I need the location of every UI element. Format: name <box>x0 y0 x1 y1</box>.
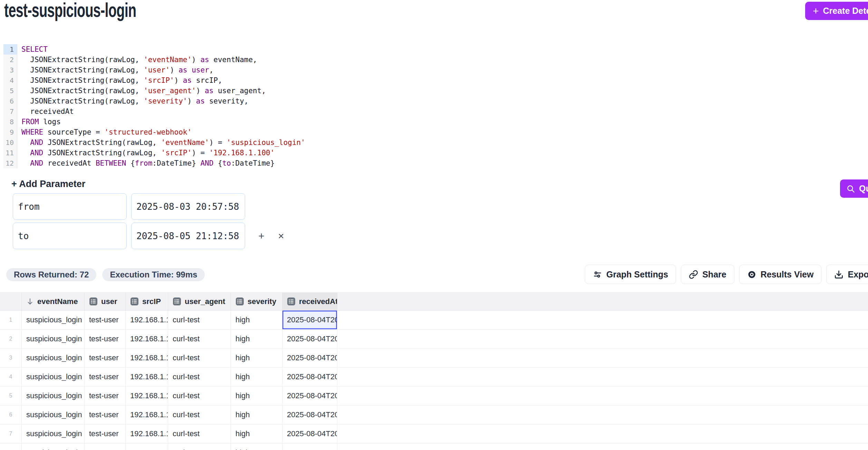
cell-user_agent[interactable]: curl-test <box>168 349 231 367</box>
cell-eventName[interactable]: suspicious_login <box>22 330 85 348</box>
table-row: 2suspicious_logintest-user192.168.1.100c… <box>0 330 868 349</box>
code-line: 10 AND JSONExtractString(rawLog, 'eventN… <box>3 137 865 148</box>
stat-badge: Execution Time: 99ms <box>102 268 205 281</box>
cell-eventName[interactable]: suspicious_login <box>22 405 85 424</box>
cell-srcIP[interactable]: 192.168.1.100 <box>126 405 168 424</box>
cell-receivedAt[interactable]: 2025-08-04T20 <box>282 368 337 386</box>
cell-srcIP[interactable]: 192.168.1.100 <box>126 387 168 405</box>
parameter-value-input[interactable] <box>131 223 245 249</box>
cell-eventName[interactable]: suspicious_login <box>22 387 85 405</box>
code-line: 3 JSONExtractString(rawLog, 'user') as u… <box>3 65 865 75</box>
parameter-list: +× <box>13 193 289 249</box>
cell-receivedAt[interactable]: 2025-08-04T20 <box>282 405 337 424</box>
cell-srcIP[interactable]: 192.168.1.100 <box>126 311 168 329</box>
add-parameter-button[interactable]: + Add Parameter <box>11 179 85 189</box>
column-header-severity[interactable]: severity <box>231 293 282 310</box>
toolbar-button-graph-settings[interactable]: Graph Settings <box>585 265 676 284</box>
row-number-header <box>0 293 22 310</box>
cell-user_agent[interactable]: curl-test <box>168 405 231 424</box>
column-header-srcIP[interactable]: srcIP <box>126 293 168 310</box>
cell-severity[interactable]: high <box>231 311 282 329</box>
list-icon <box>235 297 244 306</box>
line-number: 5 <box>3 86 17 96</box>
cell-srcIP[interactable]: 192.168.1.100 <box>126 368 168 386</box>
cell-receivedAt[interactable]: 2025-08-04T20 <box>282 387 337 405</box>
toolbar-button-label: Results View <box>761 270 814 280</box>
cell-srcIP[interactable]: 192.168.1.100 <box>126 330 168 348</box>
toolbar-button-share[interactable]: Share <box>681 265 734 284</box>
row-number: 7 <box>0 424 22 443</box>
row-number: 2 <box>0 330 22 348</box>
cell-eventName[interactable]: suspicious_login <box>22 368 85 386</box>
cell-user[interactable]: test-user <box>85 405 126 424</box>
cell-user[interactable]: test-user <box>85 330 126 348</box>
column-header-label: user_agent <box>185 297 225 306</box>
cell-user[interactable]: test-user <box>85 424 126 443</box>
table-row: 4suspicious_logintest-user192.168.1.100c… <box>0 368 868 387</box>
add-parameter-row-button[interactable]: + <box>254 228 269 244</box>
toolbar-button-results-view[interactable]: Results View <box>739 265 822 284</box>
column-header-label: eventName <box>37 297 78 306</box>
cell-user_agent[interactable]: curl-test <box>168 424 231 443</box>
cell-eventName[interactable]: suspicious_login <box>22 349 85 367</box>
list-icon <box>130 297 139 306</box>
table-row: 3suspicious_logintest-user192.168.1.100c… <box>0 349 868 368</box>
column-header-user[interactable]: user <box>85 293 126 310</box>
cell-eventName[interactable]: suspicious_login <box>22 311 85 329</box>
table-header-row: eventNameusersrcIPuser_agentseverityrece… <box>0 293 868 311</box>
cell-eventName[interactable]: suspicious_login <box>22 443 85 450</box>
parameter-value-input[interactable] <box>131 193 245 220</box>
cell-eventName[interactable]: suspicious_login <box>22 424 85 443</box>
code-text: JSONExtractString(rawLog, 'user') as use… <box>17 65 213 75</box>
column-header-user_agent[interactable]: user_agent <box>168 293 231 310</box>
cell-user_agent[interactable]: curl-test <box>168 311 231 329</box>
code-text: AND JSONExtractString(rawLog, 'eventName… <box>17 137 305 148</box>
column-header-eventName[interactable]: eventName <box>22 293 85 310</box>
line-number: 11 <box>3 148 17 158</box>
cell-receivedAt-selected[interactable]: 2025-08-04T20 <box>282 311 337 329</box>
line-number: 8 <box>3 117 17 127</box>
cell-srcIP[interactable]: 192.168.1.100 <box>126 424 168 443</box>
cell-receivedAt[interactable]: 2025-08-04T20 <box>282 443 337 450</box>
code-text: FROM logs <box>17 117 61 127</box>
cell-user_agent[interactable]: curl-test <box>168 443 231 450</box>
code-text: WHERE sourceType = 'structured-webhook' <box>17 127 192 137</box>
cell-severity[interactable]: high <box>231 424 282 443</box>
line-number: 1 <box>3 44 17 55</box>
toolbar-button-export[interactable]: Export <box>826 265 868 284</box>
cell-severity[interactable]: high <box>231 405 282 424</box>
sql-editor[interactable]: 1SELECT2 JSONExtractString(rawLog, 'even… <box>3 44 865 168</box>
cell-user[interactable]: test-user <box>85 387 126 405</box>
remove-parameter-row-button[interactable]: × <box>273 228 289 244</box>
cell-severity[interactable]: high <box>231 387 282 405</box>
cell-receivedAt[interactable]: 2025-08-04T20 <box>282 330 337 348</box>
code-line: 8FROM logs <box>3 117 865 127</box>
parameter-name-input[interactable] <box>13 223 127 249</box>
cell-user_agent[interactable]: curl-test <box>168 387 231 405</box>
cell-severity[interactable]: high <box>231 349 282 367</box>
line-number: 9 <box>3 127 17 137</box>
cell-severity[interactable]: high <box>231 330 282 348</box>
cell-severity[interactable]: high <box>231 368 282 386</box>
create-detection-button[interactable]: + Create Detection <box>805 2 868 20</box>
cell-srcIP[interactable]: 192.168.1.100 <box>126 349 168 367</box>
plus-icon: + <box>813 6 819 16</box>
cell-receivedAt[interactable]: 2025-08-04T20 <box>282 424 337 443</box>
cell-user[interactable]: test-user <box>85 368 126 386</box>
row-number: 4 <box>0 368 22 386</box>
column-header-receivedAt[interactable]: receivedAt <box>282 293 337 310</box>
cell-user[interactable]: test-user <box>85 443 126 450</box>
cell-user_agent[interactable]: curl-test <box>168 330 231 348</box>
cell-receivedAt[interactable]: 2025-08-04T20 <box>282 349 337 367</box>
cell-srcIP[interactable]: 192.168.1.100 <box>126 443 168 450</box>
cell-user[interactable]: test-user <box>85 311 126 329</box>
code-text: JSONExtractString(rawLog, 'severity') as… <box>17 96 248 106</box>
table-row: 6suspicious_logintest-user192.168.1.100c… <box>0 405 868 424</box>
parameter-name-input[interactable] <box>13 193 127 220</box>
code-text: AND JSONExtractString(rawLog, 'srcIP') =… <box>17 148 274 158</box>
query-button[interactable]: Query <box>840 179 868 198</box>
cell-severity[interactable]: high <box>231 443 282 450</box>
cell-user[interactable]: test-user <box>85 349 126 367</box>
code-text: JSONExtractString(rawLog, 'srcIP') as sr… <box>17 75 222 86</box>
cell-user_agent[interactable]: curl-test <box>168 368 231 386</box>
